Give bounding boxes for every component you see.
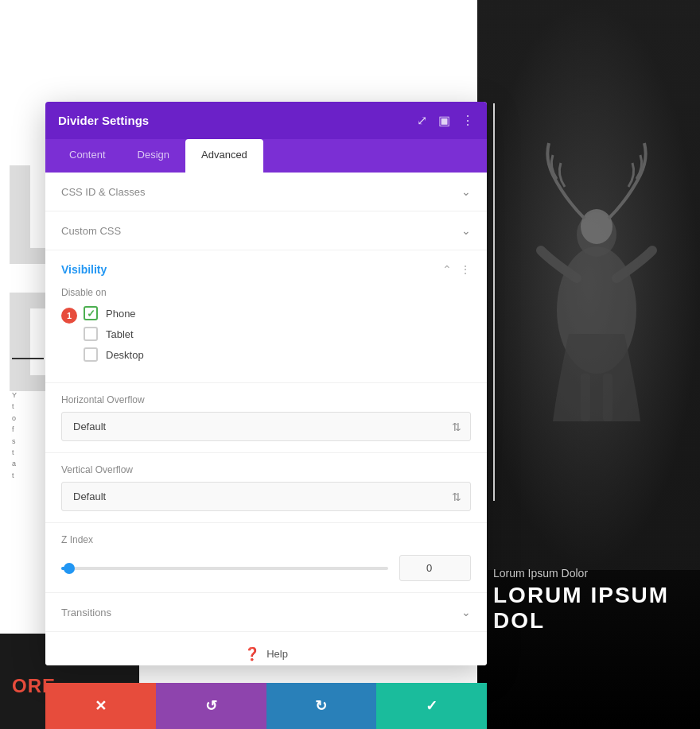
- z-index-section: Z Index 0: [45, 523, 487, 593]
- z-index-row: 0: [61, 555, 471, 581]
- vertical-overflow-label: Vertical Overflow: [61, 464, 471, 475]
- save-button[interactable]: ✓: [376, 683, 487, 729]
- cancel-icon: ✕: [95, 697, 107, 715]
- visibility-options-icon[interactable]: ⋮: [460, 263, 471, 276]
- checkbox-list: ✓ Phone Tablet Desktop: [84, 306, 144, 362]
- phone-check-icon: ✓: [87, 308, 95, 320]
- horizontal-overflow-section: Horizontal Overflow Default Hidden Scrol…: [45, 383, 487, 453]
- redo-icon: ↻: [315, 697, 327, 715]
- transitions-chevron-down-icon: ⌄: [461, 606, 471, 618]
- help-row[interactable]: ❓ Help: [45, 632, 487, 665]
- vertical-overflow-select[interactable]: Default Hidden Scroll Auto Visible: [61, 482, 471, 511]
- transitions-label: Transitions: [61, 607, 111, 618]
- expand-icon[interactable]: ⤢: [417, 113, 427, 128]
- desktop-label: Desktop: [106, 349, 144, 361]
- checkbox-phone: ✓ Phone: [84, 306, 144, 320]
- custom-css-section[interactable]: Custom CSS ⌄: [45, 211, 487, 250]
- vertical-overflow-select-wrapper: Default Hidden Scroll Auto Visible ⇅: [61, 482, 471, 511]
- z-index-label: Z Index: [61, 534, 471, 545]
- custom-css-label: Custom CSS: [61, 225, 121, 237]
- svg-rect-3: [581, 374, 590, 421]
- redo-button[interactable]: ↻: [266, 683, 377, 729]
- visibility-collapse-icon[interactable]: ⌃: [442, 263, 452, 276]
- panel-title: Divider Settings: [58, 114, 149, 127]
- undo-icon: ↺: [205, 697, 217, 715]
- badge-number: 1: [61, 308, 77, 324]
- divider-settings-panel: Divider Settings ⤢ ▣ ⋮ Content Design Ad…: [45, 102, 487, 665]
- z-index-input[interactable]: 0: [399, 555, 471, 581]
- bg-title: LORUM IPSUM DOL: [493, 583, 700, 634]
- css-id-chevron-down-icon: ⌄: [461, 185, 471, 198]
- tablet-checkbox[interactable]: [84, 327, 98, 341]
- tab-design[interactable]: Design: [122, 139, 185, 173]
- panel-header: Divider Settings ⤢ ▣ ⋮: [45, 102, 487, 139]
- svg-point-2: [581, 209, 612, 244]
- help-text: Help: [266, 648, 288, 660]
- phone-label: Phone: [106, 308, 136, 320]
- more-options-icon[interactable]: ⋮: [461, 113, 474, 128]
- deer-figure: [509, 95, 684, 429]
- tablet-label: Tablet: [106, 328, 134, 340]
- save-icon: ✓: [426, 697, 438, 715]
- undo-button[interactable]: ↺: [156, 683, 266, 729]
- tab-advanced[interactable]: Advanced: [185, 139, 263, 173]
- css-id-classes-label: CSS ID & Classes: [61, 186, 145, 198]
- panel-tabs: Content Design Advanced: [45, 139, 487, 173]
- svg-rect-4: [603, 374, 612, 421]
- bg-subtitle: Lorum Ipsum Dolor: [493, 567, 700, 580]
- phone-checkbox[interactable]: ✓: [84, 306, 98, 320]
- background-image: Lorum Ipsum Dolor LORUM IPSUM DOL: [477, 0, 700, 729]
- z-index-slider-track: [61, 567, 388, 570]
- split-view-icon[interactable]: ▣: [438, 113, 450, 128]
- badge-container: 1 ✓ Phone Tablet: [61, 306, 471, 362]
- horizontal-overflow-select-wrapper: Default Hidden Scroll Auto Visible ⇅: [61, 412, 471, 441]
- vertical-divider-line: [493, 103, 495, 501]
- checkbox-desktop: Desktop: [84, 347, 144, 362]
- panel-body: CSS ID & Classes ⌄ Custom CSS ⌄ Visibili…: [45, 173, 487, 665]
- desktop-checkbox[interactable]: [84, 347, 98, 362]
- visibility-header-icons: ⌃ ⋮: [442, 263, 471, 276]
- help-icon: ❓: [244, 646, 260, 661]
- disable-on-label: Disable on: [61, 287, 471, 298]
- horizontal-overflow-label: Horizontal Overflow: [61, 394, 471, 405]
- z-index-slider-thumb[interactable]: [64, 563, 75, 574]
- css-id-classes-section[interactable]: CSS ID & Classes ⌄: [45, 173, 487, 211]
- tab-content[interactable]: Content: [53, 139, 122, 173]
- horizontal-decorative-line: [12, 358, 44, 359]
- visibility-title: Visibility: [61, 263, 107, 276]
- transitions-section[interactable]: Transitions ⌄: [45, 593, 487, 632]
- visibility-section: Visibility ⌃ ⋮ Disable on 1 ✓ Phone: [45, 250, 487, 383]
- cancel-button[interactable]: ✕: [45, 683, 156, 729]
- vertical-overflow-section: Vertical Overflow Default Hidden Scroll …: [45, 453, 487, 523]
- background-right: Lorum Ipsum Dolor LORUM IPSUM DOL: [477, 0, 700, 729]
- checkbox-tablet: Tablet: [84, 327, 144, 341]
- action-bar: ✕ ↺ ↻ ✓: [45, 683, 487, 729]
- panel-header-icons: ⤢ ▣ ⋮: [417, 113, 474, 128]
- horizontal-overflow-select[interactable]: Default Hidden Scroll Auto Visible: [61, 412, 471, 441]
- custom-css-chevron-down-icon: ⌄: [461, 224, 471, 237]
- background-text-area: Lorum Ipsum Dolor LORUM IPSUM DOL: [493, 567, 700, 634]
- visibility-header: Visibility ⌃ ⋮: [61, 263, 471, 276]
- z-index-slider-container: [61, 560, 388, 576]
